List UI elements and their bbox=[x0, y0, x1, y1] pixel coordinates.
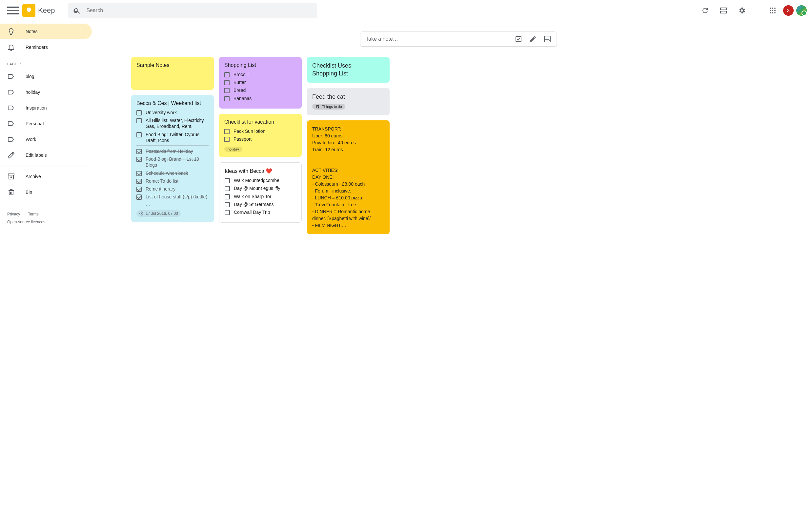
checkbox[interactable] bbox=[225, 186, 230, 191]
checkbox[interactable] bbox=[136, 179, 142, 184]
sidebar-label-work[interactable]: Work bbox=[0, 132, 92, 147]
checkbox[interactable] bbox=[224, 72, 230, 77]
account-avatar[interactable] bbox=[796, 5, 807, 16]
new-image-icon[interactable] bbox=[543, 35, 551, 43]
take-note-bar[interactable]: Take a note… bbox=[360, 32, 557, 46]
sidebar-item-notes[interactable]: Notes bbox=[0, 24, 92, 39]
checklist-item[interactable]: Bread bbox=[224, 87, 297, 93]
checklist-item[interactable]: Food Blog: Twitter, Cyprus Draft, Icons bbox=[136, 132, 209, 143]
checklist-item[interactable]: Walk on Sharp Tor bbox=[225, 194, 296, 199]
checklist-item[interactable]: Day @ St Germans bbox=[225, 201, 296, 207]
checklist-item[interactable]: Cornwall Day Trip bbox=[225, 209, 296, 215]
svg-point-10 bbox=[774, 12, 776, 13]
new-list-icon[interactable] bbox=[514, 35, 522, 43]
note-title: Becca & Ces | Weekend list bbox=[136, 100, 209, 106]
search-input[interactable] bbox=[86, 7, 312, 13]
svg-point-3 bbox=[772, 7, 773, 9]
checkbox[interactable] bbox=[224, 96, 230, 101]
note-card[interactable]: Feed the cat Things to do bbox=[307, 88, 390, 115]
checklist-item[interactable]: Postcards from Holiday bbox=[136, 148, 209, 154]
privacy-link[interactable]: Privacy bbox=[7, 212, 20, 216]
checkbox[interactable] bbox=[225, 178, 230, 183]
checkbox[interactable] bbox=[136, 195, 142, 200]
checklist-label: All Bills list: Water, Electricity, Gas,… bbox=[146, 117, 209, 129]
terms-link[interactable]: Terms bbox=[28, 212, 39, 216]
note-card[interactable]: Ideas with Becca ❤️ Walk MountedgcombeDa… bbox=[219, 162, 302, 223]
checklist-item[interactable]: Food Blog: Brand + 1st 10 Blogs bbox=[136, 156, 209, 168]
checklist-item[interactable]: Day @ Mount egus iffy bbox=[225, 185, 296, 191]
checkbox[interactable] bbox=[136, 149, 142, 154]
note-title: Ideas with Becca ❤️ bbox=[225, 168, 296, 174]
checklist-label: Brocolli bbox=[234, 71, 248, 77]
checklist-item[interactable]: Schedule when back bbox=[136, 170, 209, 176]
checkbox[interactable] bbox=[136, 110, 142, 115]
checklist-item[interactable]: Bananas bbox=[224, 96, 297, 101]
notes-grid: Sample Notes Becca & Ces | Weekend list … bbox=[131, 57, 786, 234]
checkbox[interactable] bbox=[136, 186, 142, 192]
new-drawing-icon[interactable] bbox=[529, 35, 537, 43]
label-chip[interactable]: Things to do bbox=[312, 104, 345, 109]
checklist-item[interactable]: Rome: To do list bbox=[136, 178, 209, 184]
checkbox[interactable] bbox=[224, 137, 230, 142]
sidebar-label-personal[interactable]: Personal bbox=[0, 116, 92, 132]
refresh-button[interactable] bbox=[697, 3, 713, 19]
logo[interactable]: Keep bbox=[22, 4, 55, 17]
svg-point-5 bbox=[770, 10, 771, 11]
checklist-label: List of house stuff (s/p) (kettle) bbox=[146, 194, 207, 200]
checkbox[interactable] bbox=[136, 171, 142, 176]
checkbox[interactable] bbox=[224, 88, 230, 93]
checklist-item[interactable]: Walk Mountedgcombe bbox=[225, 177, 296, 183]
sidebar-item-reminders[interactable]: Reminders bbox=[0, 39, 92, 55]
checklist-label: Day @ Mount egus iffy bbox=[234, 185, 280, 191]
bell-icon bbox=[7, 43, 15, 51]
sidebar-label-holiday[interactable]: holiday bbox=[0, 84, 92, 100]
checklist-item[interactable]: List of house stuff (s/p) (kettle) bbox=[136, 194, 209, 200]
note-card[interactable]: Checklist Uses Shopping List bbox=[307, 57, 390, 83]
checkbox[interactable] bbox=[136, 157, 142, 162]
menu-button[interactable] bbox=[5, 3, 21, 19]
checkbox[interactable] bbox=[136, 132, 142, 137]
label-chip[interactable]: holiday bbox=[224, 146, 242, 152]
checklist-item[interactable]: University work bbox=[136, 109, 209, 115]
pencil-icon bbox=[7, 151, 15, 159]
checklist-item[interactable]: Rome itinerary bbox=[136, 186, 209, 192]
sidebar-label-blog[interactable]: blog bbox=[0, 69, 92, 84]
note-card[interactable]: TRANSPORT: Uber: 60 euros Private hire: … bbox=[307, 121, 390, 234]
search-bar[interactable] bbox=[68, 3, 317, 19]
list-view-button[interactable] bbox=[716, 3, 731, 19]
note-card[interactable]: Shopping List BrocolliButterBreadBananas bbox=[219, 57, 302, 108]
nav-label: holiday bbox=[26, 90, 40, 95]
nav-label: Edit labels bbox=[26, 152, 47, 158]
sidebar-item-edit-labels[interactable]: Edit labels bbox=[0, 147, 92, 163]
note-card[interactable]: Checklist for vacation Pack Sun lotionPa… bbox=[219, 114, 302, 157]
checkbox[interactable] bbox=[225, 202, 230, 207]
bulb-icon bbox=[7, 28, 15, 35]
settings-button[interactable] bbox=[734, 3, 750, 19]
sidebar-label-inspiration[interactable]: Inspiration bbox=[0, 100, 92, 116]
sidebar-item-archive[interactable]: Archive bbox=[0, 169, 92, 184]
list-view-icon bbox=[719, 6, 728, 14]
checklist-item[interactable]: Butter bbox=[224, 79, 297, 85]
licences-link[interactable]: Open-source licences bbox=[7, 220, 45, 224]
header: Keep 3 bbox=[0, 0, 812, 21]
note-card[interactable]: Becca & Ces | Weekend list University wo… bbox=[131, 95, 214, 222]
checkbox[interactable] bbox=[225, 194, 230, 199]
search-icon bbox=[73, 6, 81, 14]
apps-button[interactable] bbox=[765, 3, 780, 19]
note-card[interactable]: Sample Notes bbox=[131, 57, 214, 90]
svg-rect-0 bbox=[720, 8, 726, 10]
reminder-chip[interactable]: 17 Jul 2016, 07:00 bbox=[136, 210, 181, 217]
checklist-item[interactable]: All Bills list: Water, Electricity, Gas,… bbox=[136, 117, 209, 129]
checkbox[interactable] bbox=[136, 118, 142, 123]
sidebar-item-bin[interactable]: Bin bbox=[0, 184, 92, 200]
nav-label: Archive bbox=[26, 174, 41, 179]
label-icon bbox=[7, 88, 15, 96]
nav-label: Inspiration bbox=[26, 105, 47, 110]
checklist-item[interactable]: Pack Sun lotion bbox=[224, 128, 297, 134]
checkbox[interactable] bbox=[225, 210, 230, 215]
checklist-item[interactable]: Passport bbox=[224, 136, 297, 142]
notifications-badge[interactable]: 3 bbox=[783, 5, 793, 16]
checkbox[interactable] bbox=[224, 129, 230, 134]
checkbox[interactable] bbox=[224, 80, 230, 85]
checklist-item[interactable]: Brocolli bbox=[224, 71, 297, 77]
